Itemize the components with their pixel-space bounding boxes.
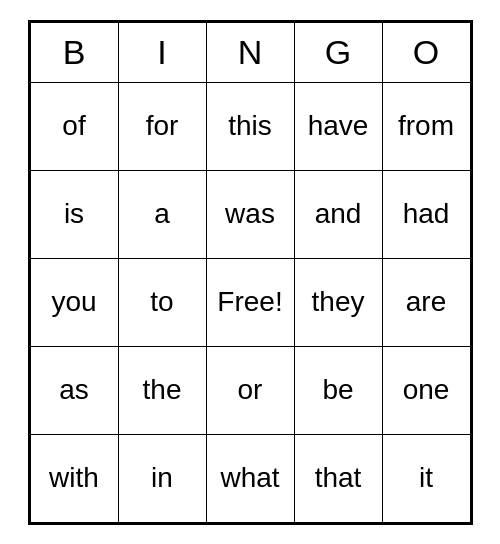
bingo-cell: and (294, 170, 382, 258)
bingo-cell: to (118, 258, 206, 346)
bingo-cell: they (294, 258, 382, 346)
bingo-cell: had (382, 170, 470, 258)
bingo-cell: was (206, 170, 294, 258)
bingo-cell: a (118, 170, 206, 258)
table-row: offorthishavefrom (30, 82, 470, 170)
bingo-cell: one (382, 346, 470, 434)
bingo-cell: that (294, 434, 382, 522)
bingo-cell: the (118, 346, 206, 434)
bingo-cell: you (30, 258, 118, 346)
bingo-card: B I N G O offorthishavefromisawasandhady… (28, 20, 473, 525)
bingo-cell: is (30, 170, 118, 258)
bingo-cell: Free! (206, 258, 294, 346)
bingo-cell: are (382, 258, 470, 346)
table-row: youtoFree!theyare (30, 258, 470, 346)
header-i: I (118, 22, 206, 82)
header-g: G (294, 22, 382, 82)
bingo-cell: for (118, 82, 206, 170)
header-o: O (382, 22, 470, 82)
bingo-cell: it (382, 434, 470, 522)
table-row: isawasandhad (30, 170, 470, 258)
bingo-cell: have (294, 82, 382, 170)
bingo-table: B I N G O offorthishavefromisawasandhady… (30, 22, 471, 523)
bingo-cell: or (206, 346, 294, 434)
table-row: astheorbeone (30, 346, 470, 434)
bingo-cell: what (206, 434, 294, 522)
bingo-body: offorthishavefromisawasandhadyoutoFree!t… (30, 82, 470, 522)
bingo-cell: with (30, 434, 118, 522)
header-n: N (206, 22, 294, 82)
bingo-cell: this (206, 82, 294, 170)
bingo-cell: be (294, 346, 382, 434)
header-row: B I N G O (30, 22, 470, 82)
bingo-cell: as (30, 346, 118, 434)
bingo-cell: in (118, 434, 206, 522)
header-b: B (30, 22, 118, 82)
table-row: withinwhatthatit (30, 434, 470, 522)
bingo-cell: of (30, 82, 118, 170)
bingo-cell: from (382, 82, 470, 170)
